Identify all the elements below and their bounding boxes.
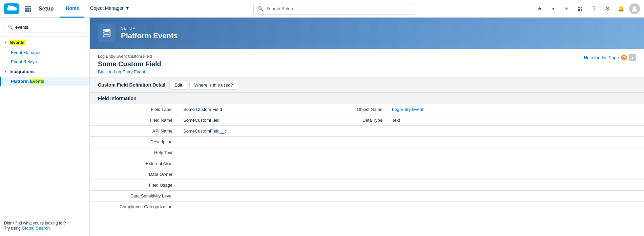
field-label-cell-description: Description xyxy=(90,137,178,147)
detail-header-right: Help for this Page ? ▲ xyxy=(584,54,636,61)
app-grid-icon[interactable] xyxy=(23,4,33,14)
sidebar-section-header-integrations[interactable]: ▼ Integrations xyxy=(0,66,89,77)
field-value-cell-external-alias xyxy=(178,158,644,169)
sidebar-search-icon: 🔍 xyxy=(8,25,13,30)
field-section-header-row: Field Information xyxy=(90,93,644,104)
svg-rect-2 xyxy=(29,6,31,7)
sidebar-item-label-event-manager: Event Manager xyxy=(11,50,41,55)
help-circle-icon[interactable]: ? xyxy=(621,54,627,61)
detail-header: Log Entry Event Custom Field Some Custom… xyxy=(90,49,644,77)
field-label-cell-field-label: Field Label xyxy=(90,104,178,115)
user-avatar[interactable] xyxy=(629,3,640,14)
tab-home[interactable]: Home xyxy=(60,0,84,18)
svg-rect-3 xyxy=(25,8,27,9)
detail-content: Log Entry Event Custom Field Some Custom… xyxy=(90,49,644,236)
page-header-title: Platform Events xyxy=(121,31,178,40)
sidebar-footer-line1: Didn't find what you're looking for? xyxy=(4,221,85,226)
field-label-cell-field-name: Field Name xyxy=(90,115,178,126)
sidebar-item-platform-events[interactable]: Platform Events xyxy=(0,77,89,86)
chevron-down-icon: ▼ xyxy=(4,41,7,44)
svg-rect-8 xyxy=(29,10,31,12)
svg-rect-7 xyxy=(27,10,29,12)
action-buttons: Edit Where is this used? xyxy=(169,80,238,90)
app-name: Setup xyxy=(39,6,54,12)
sidebar-section-integrations: ▼ Integrations Platform Events xyxy=(0,66,89,86)
add-icon[interactable]: + xyxy=(561,3,572,14)
field-value-cell-object-name: Log Entry Event xyxy=(388,104,644,115)
search-bar: 🔍 xyxy=(253,3,416,15)
field-value-cell-api-name: SomeCustomField__c xyxy=(178,126,644,137)
content-area: SETUP Platform Events Log Entry Event Cu… xyxy=(90,18,644,236)
sidebar-item-event-relays[interactable]: Event Relays xyxy=(0,57,89,66)
search-icon: 🔍 xyxy=(258,6,264,11)
section-header-bar: Custom Field Definition Detail Edit Wher… xyxy=(90,77,644,93)
field-value-cell-field-usage xyxy=(178,180,644,191)
page-header-text: SETUP Platform Events xyxy=(121,26,178,40)
top-nav-icons: ★ ▼ + ? ⚙ 🔔 xyxy=(534,3,640,14)
search-bar-container: 🔍 xyxy=(139,3,530,15)
breadcrumb: Log Entry Event Custom Field xyxy=(98,54,584,59)
sidebar-item-label-event-relays: Event Relays xyxy=(11,59,37,64)
top-navigation: Setup Home Object Manager ▼ 🔍 ★ ▼ + ? ⚙ … xyxy=(0,0,644,18)
field-value-cell-compliance xyxy=(178,202,644,212)
favorites-icon[interactable]: ★ xyxy=(534,3,545,14)
table-row: Data Owner xyxy=(90,169,644,180)
table-row: Help Text xyxy=(90,147,644,158)
table-row: Field Usage xyxy=(90,180,644,191)
global-search-link[interactable]: Global Search xyxy=(22,226,49,231)
setup-gear-icon[interactable]: ⚙ xyxy=(602,3,613,14)
sidebar-section-events: ▼ Events Event Manager Event Relays xyxy=(0,37,89,66)
highlight-events: Events xyxy=(30,79,44,84)
field-label-cell-help-text: Help Text xyxy=(90,147,178,158)
sidebar-section-label-events: Events xyxy=(9,40,25,45)
svg-point-9 xyxy=(633,6,636,9)
field-label-cell-external-alias: External Alias xyxy=(90,158,178,169)
chevron-down-icon: ▼ xyxy=(4,70,7,73)
table-row: Field Label Some Custom Field Object Nam… xyxy=(90,104,644,115)
back-link[interactable]: Back to Log Entry Event xyxy=(98,69,145,74)
field-value-cell-field-name: SomeCustomField xyxy=(178,115,334,126)
sidebar-footer: Didn't find what you're looking for? Try… xyxy=(0,215,89,236)
field-label-cell-api-name: API Name xyxy=(90,126,178,137)
object-name-link[interactable]: Log Entry Event xyxy=(392,107,423,112)
field-table: Field Information Field Label Some Custo… xyxy=(90,93,644,212)
help-icon[interactable]: ? xyxy=(588,3,599,14)
nav-tabs: Home Object Manager ▼ xyxy=(60,0,135,17)
table-row: Field Name SomeCustomField Data Type Tex… xyxy=(90,115,644,126)
svg-rect-5 xyxy=(29,8,31,9)
field-value-cell-data-owner xyxy=(178,169,644,180)
sidebar-item-label-platform-events: Platform Events xyxy=(11,79,44,84)
field-label-cell-data-sensitivity: Data Sensitivity Level xyxy=(90,191,178,202)
field-label-cell-field-usage: Field Usage xyxy=(90,180,178,191)
scroll-top-button[interactable]: ▲ xyxy=(629,54,636,61)
chevron-down-icon: ▼ xyxy=(125,5,130,11)
notification-bell-icon[interactable]: 🔔 xyxy=(616,3,626,14)
edit-button[interactable]: Edit xyxy=(169,80,187,90)
field-value-cell-data-type: Text xyxy=(388,115,644,126)
page-header: SETUP Platform Events xyxy=(90,18,644,49)
table-row: External Alias xyxy=(90,158,644,169)
tab-object-manager[interactable]: Object Manager ▼ xyxy=(84,0,135,18)
sidebar-section-header-events[interactable]: ▼ Events xyxy=(0,37,89,48)
svg-rect-0 xyxy=(25,6,27,7)
svg-rect-6 xyxy=(25,10,27,12)
page-header-setup-label: SETUP xyxy=(121,26,178,31)
search-input[interactable] xyxy=(266,6,412,11)
app-launcher-icon[interactable] xyxy=(575,3,586,14)
field-label-cell-data-owner: Data Owner xyxy=(90,169,178,180)
svg-rect-1 xyxy=(27,6,29,7)
field-value-cell-field-label: Some Custom Field xyxy=(178,104,334,115)
svg-rect-4 xyxy=(27,8,29,9)
table-row: Description xyxy=(90,137,644,147)
help-link[interactable]: Help for this Page xyxy=(584,55,619,60)
page-header-icon xyxy=(98,24,116,42)
salesforce-logo[interactable] xyxy=(4,3,19,14)
field-value-cell-description xyxy=(178,137,644,147)
field-value-cell-help-text xyxy=(178,147,644,158)
detail-header-left: Log Entry Event Custom Field Some Custom… xyxy=(98,54,584,74)
where-used-button[interactable]: Where is this used? xyxy=(189,80,238,90)
sidebar-item-event-manager[interactable]: Event Manager xyxy=(0,48,89,57)
favorites-dropdown-icon[interactable]: ▼ xyxy=(548,3,559,14)
sidebar-search-input[interactable] xyxy=(15,25,82,30)
table-row: Data Sensitivity Level xyxy=(90,191,644,202)
